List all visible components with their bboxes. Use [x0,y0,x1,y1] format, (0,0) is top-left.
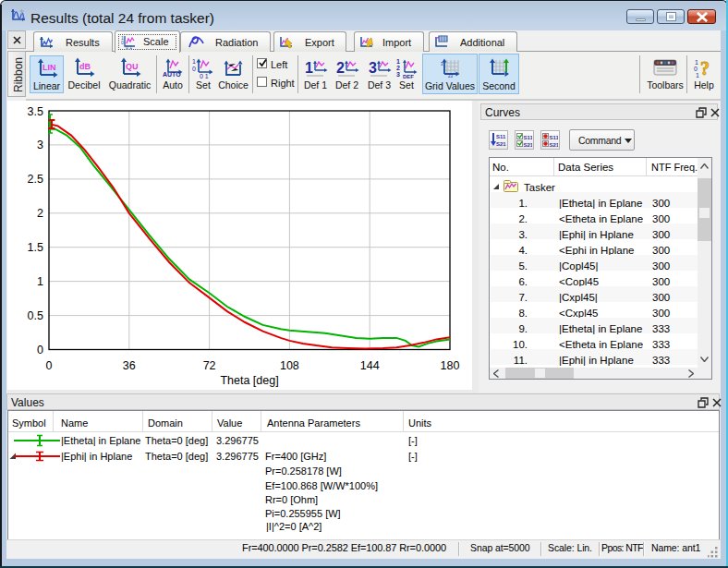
svg-text:2: 2 [336,60,345,76]
svg-text:36: 36 [123,359,136,372]
svg-text:1: 1 [696,72,699,79]
svg-text:3: 3 [37,139,43,151]
svg-text:1.5: 1.5 [28,241,43,254]
svg-text:1: 1 [305,60,313,76]
svg-text:3: 3 [369,60,377,76]
svg-text:2: 2 [37,207,43,220]
svg-text:2.5: 2.5 [28,173,43,186]
svg-text:?: ? [700,58,710,79]
svg-text:23: 23 [448,74,454,79]
svg-text:S11: S11 [496,134,506,139]
svg-text:S11: S11 [524,135,533,140]
svg-text:0: 0 [192,66,196,72]
svg-text:0.5: 0.5 [28,309,43,322]
svg-text:108: 108 [280,359,299,372]
svg-text:2: 2 [396,65,400,71]
svg-text:0: 0 [37,344,43,357]
svg-text:3: 3 [441,62,443,66]
svg-text:1: 1 [396,58,400,65]
svg-text:S21: S21 [524,142,533,148]
svg-text:3: 3 [396,71,400,78]
svg-text:72: 72 [203,359,216,372]
svg-text:0 1: 0 1 [126,44,132,49]
svg-text:S11: S11 [550,135,559,140]
svg-text:dB: dB [79,62,91,71]
svg-text:0: 0 [121,40,124,45]
svg-text:LIN: LIN [42,63,56,72]
svg-text:3.5: 3.5 [28,105,43,118]
svg-text:S21: S21 [496,141,506,147]
svg-text:1: 1 [695,59,698,66]
svg-text:1: 1 [37,275,43,288]
svg-text:0 1: 0 1 [200,73,209,79]
svg-text:144: 144 [360,359,380,372]
svg-text:S21: S21 [550,142,559,148]
svg-text:QU: QU [126,62,139,71]
svg-text:1: 1 [192,58,196,65]
svg-text:180: 180 [441,359,460,372]
svg-text:0: 0 [694,66,698,72]
svg-text:AUTO: AUTO [163,71,181,78]
svg-text:Theta [deg]: Theta [deg] [220,374,278,387]
svg-text:0: 0 [46,359,53,372]
